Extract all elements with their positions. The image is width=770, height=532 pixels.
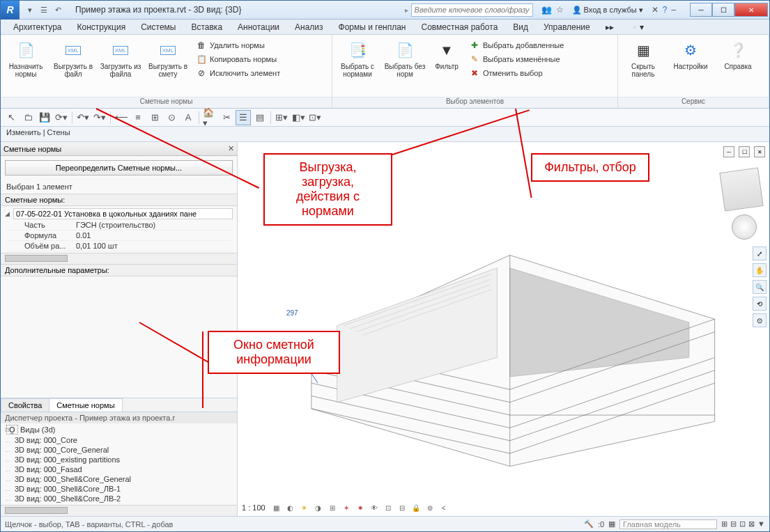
qtb-3d-icon[interactable]: 🏠▾ <box>202 110 217 125</box>
tree-item[interactable]: 3D вид: 000_Shell&Core_ЛВ-1 <box>5 484 233 494</box>
copy-norms-button[interactable]: 📋Копировать нормы <box>194 53 282 65</box>
comm-icon[interactable]: 👥 <box>541 5 552 15</box>
maximize-button[interactable]: ☐ <box>712 3 734 17</box>
vp-hide-icon[interactable]: 👁 <box>369 502 380 513</box>
select-with-button[interactable]: 📑 Выбрать с нормами <box>337 38 378 94</box>
help-icon[interactable]: ? <box>663 5 668 15</box>
stat-icon[interactable]: ⊡ <box>739 519 746 529</box>
browser-scrollbar[interactable] <box>1 505 237 516</box>
vp-iso-icon[interactable]: ⊡ <box>383 502 394 513</box>
import-file-button[interactable]: XML Загрузить из файла <box>100 38 141 94</box>
vp-detail-icon[interactable]: ▦ <box>271 502 282 513</box>
delete-norms-button[interactable]: 🗑Удалить нормы <box>194 39 282 52</box>
nav-wheel-icon[interactable] <box>732 214 757 240</box>
select-without-button[interactable]: 📄 Выбрать без норм <box>384 38 426 94</box>
menu-arch[interactable]: Архитектура <box>6 21 69 33</box>
qtb-close-views-icon[interactable]: ▤ <box>252 110 268 125</box>
vp-render-icon[interactable]: ⊞ <box>327 502 338 513</box>
qtb-open-icon[interactable]: 🗀 <box>20 110 36 125</box>
export-estimate-button[interactable]: XML Выгрузить в смету <box>147 38 189 94</box>
select-changed-button[interactable]: ✎Выбрать изменённые <box>468 53 565 65</box>
vp-tool-icon[interactable]: ⊙ <box>753 313 767 327</box>
vp-max-icon[interactable]: ☐ <box>739 146 750 157</box>
menu-annot[interactable]: Аннотации <box>231 21 286 33</box>
tree-item[interactable]: 3D вид: 000_Fasad <box>5 464 233 474</box>
menu-struct[interactable]: Конструкция <box>70 21 133 33</box>
status-tool-icon[interactable]: 🔨 <box>584 519 594 529</box>
vp-min-icon[interactable]: ─ <box>723 146 734 157</box>
stat-icon[interactable]: ⊟ <box>730 519 737 529</box>
exchange-icon[interactable]: ✕ <box>652 5 659 15</box>
filter-button[interactable]: ▼ Фильтр <box>431 38 462 94</box>
stat-filter-icon[interactable]: ▼ <box>757 519 765 529</box>
vp-constraint-icon[interactable]: 🔒 <box>410 502 422 513</box>
menu-collab[interactable]: Совместная работа <box>415 21 505 33</box>
hide-panel-button[interactable]: ▦ Скрыть панель <box>622 38 664 94</box>
tree-item[interactable]: 3D вид: 000_Core_General <box>5 445 233 455</box>
status-model-select[interactable]: Главная модель <box>619 519 717 529</box>
vp-crop2-icon[interactable]: ✷ <box>355 502 366 513</box>
qat-save-icon[interactable]: ☰ <box>38 3 50 16</box>
assign-norms-button[interactable]: 📄 Назначить нормы <box>5 38 47 94</box>
login-link[interactable]: 👤 Вход в службы ▾ <box>572 6 643 15</box>
qtb-save-icon[interactable]: 💾 <box>37 110 52 125</box>
menu-analysis[interactable]: Анализ <box>288 21 330 33</box>
tree-item[interactable]: 3D вид: 000_Shell&Core_General <box>5 474 233 484</box>
qtb-thin-lines-icon[interactable]: ☰ <box>236 110 251 125</box>
qat-open-icon[interactable]: ▾ <box>24 3 36 16</box>
vp-reveal-icon[interactable]: ⊟ <box>396 502 408 513</box>
exclude-element-button[interactable]: ⊘Исключить элемент <box>194 67 282 79</box>
vp-tool-icon[interactable]: ⟲ <box>753 297 767 311</box>
qtb-more-icon[interactable]: ⊡▾ <box>307 110 323 125</box>
menu-box-icon[interactable]: ▫️▾ <box>622 21 651 33</box>
qtb-sync-icon[interactable]: ⟳▾ <box>54 110 69 125</box>
help-button[interactable]: ❔ Справка <box>717 38 759 94</box>
vp-close-icon[interactable]: ✕ <box>754 146 765 157</box>
qat-undo-icon[interactable]: ↶ <box>52 3 64 16</box>
menu-mass[interactable]: Формы и генплан <box>332 21 413 33</box>
app-logo[interactable]: R <box>1 1 20 19</box>
qtb-align-icon[interactable]: ≡ <box>130 110 146 125</box>
tab-norms[interactable]: Сметные нормы <box>49 398 122 412</box>
scale-label[interactable]: 1 : 100 <box>242 503 265 512</box>
qtb-dim-icon[interactable]: ⊞ <box>147 110 162 125</box>
vp-style-icon[interactable]: ◐ <box>285 502 296 513</box>
stat-icon[interactable]: ⊠ <box>748 519 755 529</box>
menu-more-icon[interactable]: ▸▸ <box>599 21 621 33</box>
toolbar-min-icon[interactable]: – <box>671 5 676 15</box>
norm-row[interactable]: ◢ 07-05-022-01 Установка в цокольных зда… <box>3 208 234 220</box>
menu-view[interactable]: Вид <box>506 21 535 33</box>
menu-manage[interactable]: Управление <box>537 21 597 33</box>
panel-close-icon[interactable]: ✕ <box>228 144 234 153</box>
norm-code-field[interactable]: 07-05-022-01 Установка в цокольных здани… <box>13 208 233 219</box>
qtb-section-icon[interactable]: ✂ <box>219 110 234 125</box>
tab-properties[interactable]: Свойства <box>1 398 49 412</box>
search-input[interactable] <box>411 3 533 17</box>
qtb-undo-icon[interactable]: ↶▾ <box>75 110 91 125</box>
vp-tool-icon[interactable]: 🔍 <box>753 280 767 294</box>
tree-toggle-icon[interactable]: ◢ <box>5 210 13 217</box>
search-caret-icon[interactable]: ▸ <box>405 6 408 14</box>
star-icon[interactable]: ☆ <box>556 5 564 15</box>
tree-item[interactable]: 3D вид: 000_Core <box>5 435 233 445</box>
menu-systems[interactable]: Системы <box>134 21 183 33</box>
vp-analyt-icon[interactable]: ⊚ <box>424 502 436 513</box>
export-file-button[interactable]: XML Выгрузить в файл <box>52 38 94 94</box>
settings-button[interactable]: ⚙ Настройки <box>670 38 711 94</box>
vp-chevron-icon[interactable]: < <box>438 502 449 513</box>
horizontal-scrollbar[interactable] <box>1 253 237 264</box>
tree-root[interactable]: O̤Виды (3d) <box>5 425 233 435</box>
close-button[interactable]: ✕ <box>734 3 768 17</box>
qtb-render-icon[interactable]: ◧▾ <box>291 110 306 125</box>
override-norms-button[interactable]: Переопределить Сметные нормы... <box>5 160 233 175</box>
vp-sun-icon[interactable]: ☀ <box>299 502 310 513</box>
cancel-select-button[interactable]: ✖Отменить выбор <box>468 67 565 79</box>
minimize-button[interactable]: ─ <box>690 3 712 17</box>
stat-icon[interactable]: ⊞ <box>721 519 727 529</box>
select-added-button[interactable]: ✚Выбрать добавленные <box>468 39 565 52</box>
vp-tool-icon[interactable]: ✋ <box>753 263 767 277</box>
vp-crop-icon[interactable]: ✶ <box>341 502 352 513</box>
qtb-tag-icon[interactable]: ⊙ <box>164 110 179 125</box>
vp-tool-icon[interactable]: ⤢ <box>753 247 767 260</box>
vp-shadow-icon[interactable]: ◑ <box>313 502 324 513</box>
